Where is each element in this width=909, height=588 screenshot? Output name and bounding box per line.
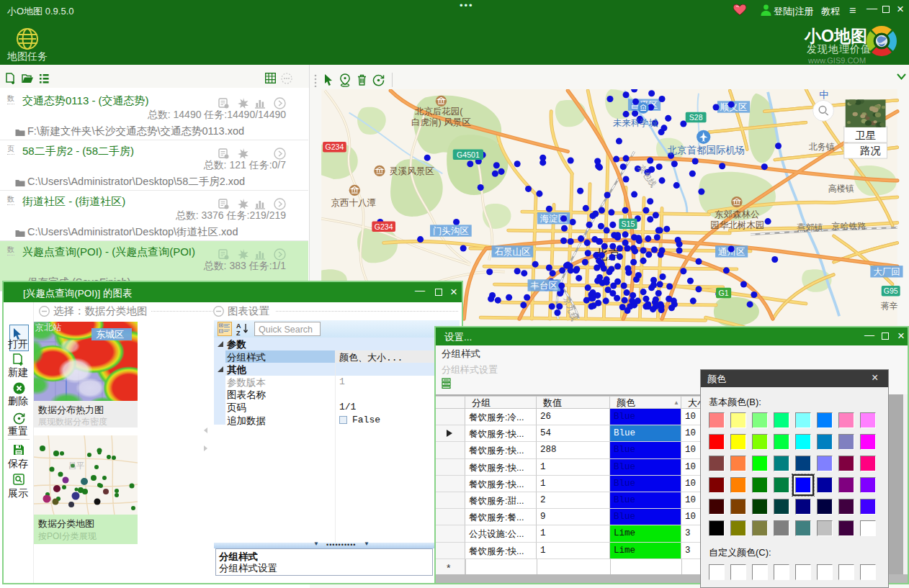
svg-text:S28: S28 <box>689 113 703 122</box>
svg-text:京北站: 京北站 <box>35 322 61 333</box>
svg-text:大厂回: 大厂回 <box>873 267 900 277</box>
svg-text:燕郊镇: 燕郊镇 <box>796 222 823 232</box>
svg-text:G4501: G4501 <box>457 150 480 159</box>
svg-text:北京首都国际机场: 北京首都国际机场 <box>667 145 745 155</box>
svg-text:丰台区: 丰台区 <box>530 281 558 291</box>
svg-text:北京后花园(: 北京后花园( <box>415 107 463 117</box>
svg-text:园华北树木园: 园华北树木园 <box>710 220 764 230</box>
svg-text:灵溪风景区: 灵溪风景区 <box>389 166 434 176</box>
svg-text:S15: S15 <box>622 220 635 228</box>
svg-text:石景山区: 石景山区 <box>494 247 530 257</box>
svg-text:高楼镇: 高楼镇 <box>828 184 854 194</box>
svg-text:Z: Z <box>236 330 241 336</box>
svg-text:G95: G95 <box>884 286 898 295</box>
svg-text:京西十八潭: 京西十八潭 <box>331 198 377 208</box>
svg-text:G1: G1 <box>719 289 729 297</box>
svg-text:白虎涧) 风景区: 白虎涧) 风景区 <box>411 117 471 127</box>
svg-text:北务镇: 北务镇 <box>809 142 835 152</box>
svg-text:东郊森林公: 东郊森林公 <box>715 209 760 220</box>
svg-text:京哈铁路: 京哈铁路 <box>832 221 867 231</box>
svg-text:中: 中 <box>819 89 828 100</box>
svg-text:东城区: 东城区 <box>96 329 124 340</box>
svg-text:G234: G234 <box>375 222 393 231</box>
svg-text:门头沟区: 门头沟区 <box>433 226 469 236</box>
svg-text:蒋辛: 蒋辛 <box>881 301 898 311</box>
svg-text:G234: G234 <box>325 143 344 151</box>
svg-text:未来科学城: 未来科学城 <box>613 118 658 128</box>
svg-text:昌平: 昌平 <box>68 461 84 470</box>
svg-text:卫星: 卫星 <box>855 130 876 141</box>
svg-text:路况: 路况 <box>860 145 881 156</box>
svg-text:A: A <box>236 322 241 330</box>
